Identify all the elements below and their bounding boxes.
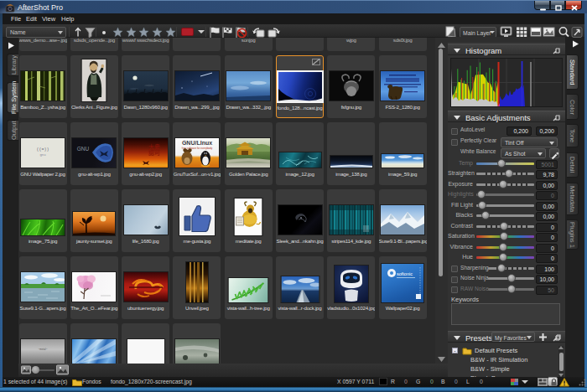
svg-text:gnu: gnu <box>39 153 46 157</box>
svg-text:softonic: softonic <box>397 271 413 276</box>
svg-text:GNU/LInux: GNU/LInux <box>182 140 212 146</box>
svg-text:((=)): ((=)) <box>36 147 49 152</box>
svg-text:認可: 認可 <box>148 149 160 156</box>
svg-text:~metal~: ~metal~ <box>39 348 48 351</box>
svg-text:alanya: alanya <box>400 157 407 159</box>
svg-text:GNU: GNU <box>77 146 90 152</box>
